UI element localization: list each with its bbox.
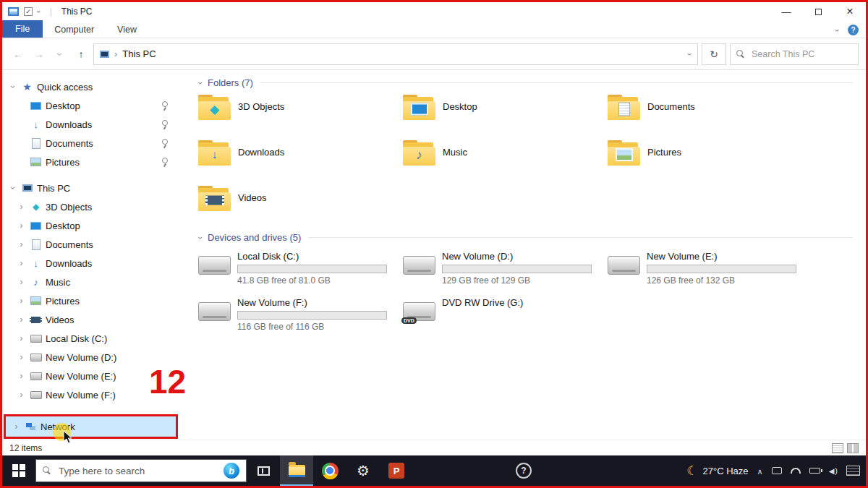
- chevron-icon[interactable]: ›: [17, 371, 26, 381]
- file-list-panel: › Folders (7) 3D Objects Desktop Documen…: [179, 70, 866, 440]
- sidebar-item-3d-objects[interactable]: › 3D Objects: [2, 197, 179, 216]
- taskbar-search[interactable]: [35, 459, 247, 482]
- sidebar-item-music[interactable]: › Music: [2, 273, 179, 291]
- sidebar-item-pictures-pc[interactable]: › Pictures: [2, 291, 179, 310]
- chevron-icon[interactable]: ›: [8, 184, 18, 193]
- folder-tile-3d-objects[interactable]: 3D Objects: [195, 93, 400, 138]
- sidebar-item-network[interactable]: › Network: [6, 416, 176, 437]
- chevron-icon[interactable]: ›: [17, 221, 26, 231]
- tab-view[interactable]: View: [106, 22, 148, 38]
- drive-tile-new-volume-d[interactable]: New Volume (D:) 129 GB free of 129 GB: [400, 247, 605, 294]
- download-icon: [30, 257, 42, 269]
- drive-tile-local-disk-c[interactable]: Local Disk (C:) 41.8 GB free of 81.0 GB: [195, 247, 400, 294]
- tab-file[interactable]: File: [2, 20, 43, 38]
- folder-tile-music[interactable]: Music: [400, 138, 605, 184]
- sidebar-item-pictures[interactable]: Pictures: [2, 153, 179, 171]
- minimize-button[interactable]: —: [770, 2, 802, 21]
- chevron-icon[interactable]: ›: [17, 333, 26, 343]
- drive-label: New Volume (D:): [442, 251, 592, 262]
- chevron-icon[interactable]: ›: [17, 202, 26, 212]
- chevron-icon[interactable]: ›: [8, 82, 18, 92]
- battery-icon[interactable]: [809, 468, 820, 474]
- desktop-glyph-icon: [411, 103, 428, 115]
- sidebar-item-videos[interactable]: › Videos: [2, 310, 179, 329]
- search-box[interactable]: [730, 43, 859, 65]
- address-bar[interactable]: › This PC ›: [93, 43, 698, 65]
- volume-icon[interactable]: [829, 466, 838, 475]
- folder-tile-pictures[interactable]: Pictures: [605, 138, 809, 184]
- sidebar-section-quick-access[interactable]: › Quick access: [2, 77, 179, 96]
- 3d-objects-glyph-icon: [210, 101, 219, 116]
- file-explorer-taskbar-button[interactable]: [280, 455, 313, 486]
- help-icon[interactable]: [848, 25, 859, 35]
- taskbar-search-input[interactable]: [57, 465, 218, 477]
- tab-computer[interactable]: Computer: [43, 22, 106, 38]
- start-button[interactable]: [2, 455, 35, 486]
- chevron-icon[interactable]: ›: [17, 390, 26, 400]
- sidebar-item-documents-pc[interactable]: › Documents: [2, 235, 179, 254]
- folder-tile-documents[interactable]: Documents: [605, 93, 809, 138]
- pin-icon: [161, 120, 169, 129]
- notification-area-icon[interactable]: [846, 466, 860, 476]
- drive-tile-new-volume-e[interactable]: New Volume (E:) 126 GB free of 132 GB: [605, 247, 809, 294]
- thumbnails-view-button[interactable]: [847, 443, 859, 453]
- expand-ribbon-chevron-icon[interactable]: ›: [833, 29, 842, 32]
- forward-button[interactable]: →: [30, 48, 48, 60]
- touch-keyboard-icon[interactable]: [772, 467, 782, 474]
- qat-customize-chevron-icon[interactable]: ›: [35, 10, 43, 13]
- titlebar-separator: |: [50, 7, 52, 17]
- weather-widget[interactable]: 27°C Haze: [686, 463, 748, 479]
- chevron-icon[interactable]: ›: [17, 239, 26, 249]
- folder-tile-downloads[interactable]: Downloads: [195, 138, 400, 184]
- sidebar-item-downloads[interactable]: Downloads: [2, 115, 179, 134]
- collapse-chevron-icon[interactable]: ›: [195, 233, 205, 242]
- settings-taskbar-button[interactable]: [346, 455, 380, 486]
- details-view-button[interactable]: [832, 443, 843, 453]
- folder-tile-desktop[interactable]: Desktop: [400, 93, 605, 138]
- chevron-icon[interactable]: ›: [17, 258, 26, 268]
- drive-icon: [30, 351, 42, 363]
- chevron-icon[interactable]: ›: [17, 314, 26, 325]
- tray-expand-chevron-icon[interactable]: [757, 464, 763, 477]
- chevron-icon[interactable]: ›: [12, 421, 21, 432]
- sidebar-item-desktop-pc[interactable]: › Desktop: [2, 216, 179, 235]
- get-help-taskbar-button[interactable]: [507, 455, 540, 486]
- maximize-button[interactable]: [802, 2, 834, 21]
- chevron-icon[interactable]: ›: [17, 352, 26, 362]
- up-button[interactable]: ↑: [72, 48, 90, 60]
- folder-icon: [403, 140, 435, 166]
- task-view-button[interactable]: [247, 455, 280, 486]
- folder-tile-videos[interactable]: Videos: [195, 184, 400, 229]
- items-count: 12 items: [9, 443, 42, 453]
- close-button[interactable]: ×: [834, 2, 866, 21]
- breadcrumb-chevron-icon[interactable]: ›: [114, 48, 117, 59]
- drive-tile-new-volume-f[interactable]: New Volume (F:) 116 GB free of 116 GB: [195, 294, 400, 340]
- recent-locations-chevron-icon[interactable]: ›: [54, 46, 66, 63]
- group-header-folders[interactable]: › Folders (7): [195, 77, 853, 88]
- sidebar-item-downloads-pc[interactable]: › Downloads: [2, 254, 179, 273]
- sidebar-section-this-pc[interactable]: › This PC: [2, 179, 179, 197]
- powerpoint-taskbar-button[interactable]: [380, 455, 413, 486]
- annotation-step-number: 12: [149, 365, 186, 398]
- search-input[interactable]: [750, 48, 868, 60]
- address-bar-row: ← → › ↑ › This PC ›: [2, 38, 866, 70]
- chrome-taskbar-button[interactable]: [313, 455, 346, 486]
- checkbox-icon[interactable]: [24, 7, 33, 16]
- breadcrumb[interactable]: This PC: [122, 48, 156, 59]
- folder-label: 3D Objects: [238, 101, 284, 136]
- address-dropdown-chevron-icon[interactable]: ›: [686, 53, 694, 56]
- chevron-icon[interactable]: ›: [17, 277, 26, 287]
- sidebar-label: Pictures: [46, 296, 80, 307]
- refresh-button[interactable]: [702, 43, 726, 65]
- group-header-devices[interactable]: › Devices and drives (5): [195, 232, 853, 243]
- collapse-chevron-icon[interactable]: ›: [195, 78, 205, 87]
- chevron-icon[interactable]: ›: [17, 296, 26, 306]
- sidebar-item-desktop[interactable]: Desktop: [2, 96, 179, 115]
- sidebar-item-documents[interactable]: Documents: [2, 134, 179, 153]
- sidebar-item-local-disk-c[interactable]: › Local Disk (C:): [2, 329, 179, 348]
- wifi-icon[interactable]: [791, 468, 801, 474]
- dvd-drive-icon: DVD: [403, 302, 435, 321]
- drive-tile-dvd-g[interactable]: DVD DVD RW Drive (G:): [400, 294, 605, 340]
- sidebar-label: Videos: [46, 314, 75, 325]
- back-button[interactable]: ←: [9, 48, 27, 60]
